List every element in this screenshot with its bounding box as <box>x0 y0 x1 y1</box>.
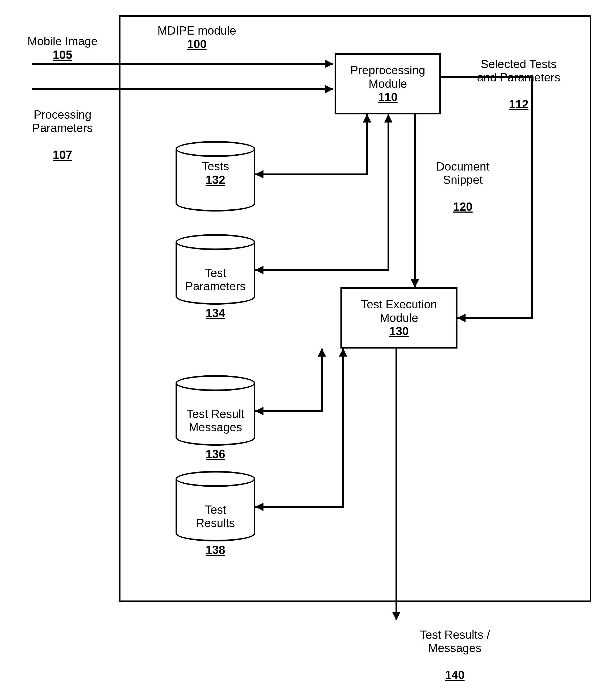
db-test-result-messages-ref: 136 <box>206 447 225 461</box>
db-tests-text: Tests <box>202 160 229 173</box>
label-processing-params-ref: 107 <box>53 148 72 161</box>
svg-marker-2 <box>325 60 333 68</box>
svg-marker-8 <box>255 170 263 178</box>
module-title: MDIPE module 100 <box>149 24 245 51</box>
svg-marker-13 <box>318 349 326 357</box>
diagram-canvas: MDIPE module 100 Mobile Image 105 Proces… <box>0 0 616 696</box>
db-test-result-messages: Test Result Messages 136 <box>176 375 255 446</box>
label-test-results-out-text: Test Results / Messages <box>420 628 490 655</box>
box-preprocessing-ref: 110 <box>378 91 398 104</box>
box-test-execution-text: Test Execution Module <box>361 298 437 325</box>
label-test-results-out-ref: 140 <box>445 668 465 681</box>
svg-marker-7 <box>411 279 419 287</box>
svg-marker-9 <box>363 114 371 122</box>
db-test-result-messages-text: Test Result Messages <box>187 407 244 434</box>
label-mobile-image-ref: 105 <box>53 48 72 61</box>
label-processing-params: Processing Parameters 107 <box>19 94 107 162</box>
db-test-results: Test Results 138 <box>176 471 255 541</box>
label-mobile-image-text: Mobile Image <box>27 35 98 48</box>
label-selected-tests: Selected Tests and Parameters 112 <box>461 44 576 111</box>
svg-marker-12 <box>255 407 263 415</box>
label-document-snippet: Document Snippet 120 <box>423 146 503 213</box>
box-preprocessing-text: Preprocessing Module <box>350 64 425 91</box>
db-test-results-text: Test Results <box>196 503 235 530</box>
label-selected-tests-text: Selected Tests and Parameters <box>477 58 560 84</box>
module-title-text: MDIPE module <box>158 24 236 37</box>
label-document-snippet-ref: 120 <box>453 200 472 213</box>
svg-marker-14 <box>255 503 263 511</box>
box-test-execution: Test Execution Module 130 <box>340 287 457 349</box>
db-tests: Tests 132 <box>176 141 255 211</box>
label-document-snippet-text: Document Snippet <box>436 160 490 187</box>
svg-marker-5 <box>457 314 466 322</box>
svg-marker-10 <box>255 266 263 274</box>
db-test-results-ref: 138 <box>206 543 225 556</box>
db-test-parameters-ref: 134 <box>206 306 225 319</box>
svg-marker-17 <box>392 612 400 620</box>
label-selected-tests-ref: 112 <box>509 98 528 111</box>
label-test-results-out: Test Results / Messages 140 <box>407 615 503 682</box>
db-test-parameters: Test Parameters 134 <box>176 234 255 305</box>
svg-marker-15 <box>339 349 347 357</box>
svg-marker-4 <box>325 85 333 93</box>
db-tests-ref: 132 <box>206 173 225 186</box>
svg-marker-11 <box>384 114 392 122</box>
label-processing-params-text: Processing Parameters <box>32 108 93 135</box>
box-test-execution-ref: 130 <box>389 325 408 338</box>
module-title-ref: 100 <box>187 37 206 50</box>
label-mobile-image: Mobile Image 105 <box>19 35 107 61</box>
db-test-parameters-text: Test Parameters <box>185 266 245 293</box>
box-preprocessing: Preprocessing Module 110 <box>335 53 441 114</box>
